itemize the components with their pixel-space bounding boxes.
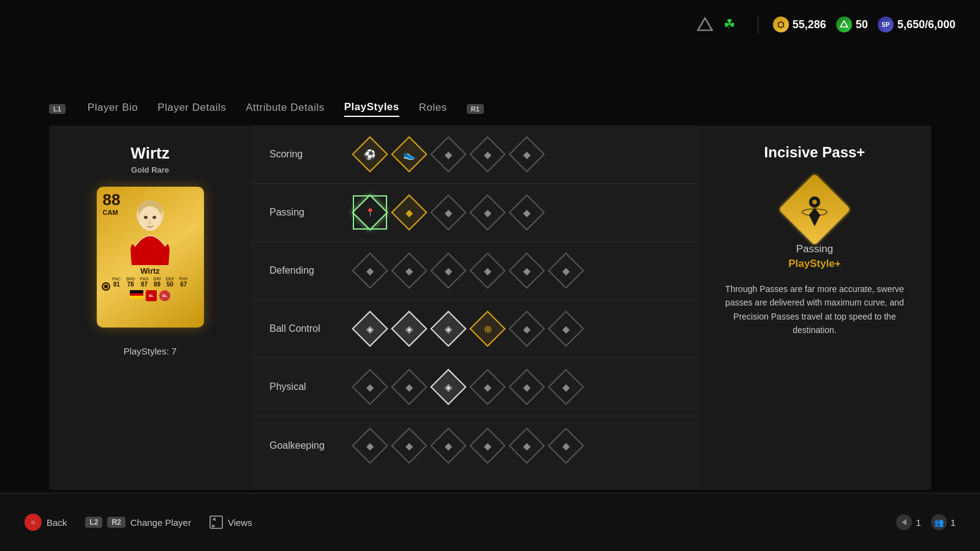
passing-icon-5[interactable]: ◆ (512, 198, 541, 227)
r1-badge: R1 (467, 104, 484, 114)
scoring-icon-5[interactable]: ◆ (512, 140, 541, 169)
defending-row: Defending ◆ ◆ ◆ ◆ ◆ ◆ (251, 242, 698, 300)
scoring-icon-1[interactable]: ⚽ (355, 140, 385, 169)
defending-icon-1[interactable]: ◆ (355, 256, 385, 285)
tab-player-details[interactable]: Player Details (157, 102, 226, 116)
goalkeeping-icon-1[interactable]: ◆ (355, 431, 385, 460)
goalkeeping-label: Goalkeeping (270, 440, 355, 451)
ball-control-icon-4[interactable]: ⊕ (473, 314, 502, 343)
tab-player-bio[interactable]: Player Bio (88, 102, 138, 116)
ball-control-icon-1[interactable]: ◈ (355, 314, 385, 343)
back-action[interactable]: ○ Back (24, 514, 67, 531)
physical-icon-6[interactable]: ◆ (551, 372, 581, 402)
card-player-name: Wirtz (140, 266, 160, 276)
player-nav-icon (896, 514, 912, 530)
physical-icon-3[interactable]: ◈ (434, 372, 463, 402)
pin-dot (104, 285, 108, 288)
physical-label: Physical (270, 381, 355, 392)
physical-icon-4[interactable]: ◆ (473, 372, 502, 402)
bottom-right: 1 👥 1 (896, 514, 956, 530)
squad-icon: 👥 (931, 514, 947, 530)
defending-icon-4[interactable]: ◆ (473, 256, 502, 285)
l1-badge: L1 (49, 104, 66, 114)
change-player-action[interactable]: L2 R2 Change Player (85, 517, 191, 528)
svg-point-9 (812, 200, 816, 204)
detail-playstyle-type: PlayStyle+ (788, 258, 841, 270)
detail-description: Through Passes are far more accurate, sw… (717, 282, 913, 337)
back-button-icon: ○ (24, 514, 42, 531)
goalkeeping-icon-6[interactable]: ◆ (551, 431, 581, 460)
passing-icon-4[interactable]: ◆ (473, 198, 502, 227)
coins-icon: ⬡ (773, 17, 789, 32)
svg-marker-11 (902, 519, 907, 525)
defending-icon-2[interactable]: ◆ (394, 256, 424, 285)
ball-control-icon-3[interactable]: ◈ (434, 314, 463, 343)
views-dpad: ◄ ► (209, 515, 223, 529)
scoring-icons: ⚽ 👟 ◆ ◆ (355, 140, 541, 169)
r2-badge: R2 (107, 517, 125, 528)
goalkeeping-icon-3[interactable]: ◆ (434, 431, 463, 460)
scoring-icon-4[interactable]: ◆ (473, 140, 502, 169)
scoring-label: Scoring (270, 149, 355, 160)
defending-label: Defending (270, 265, 355, 276)
back-label: Back (47, 517, 67, 528)
physical-icon-2[interactable]: ◆ (394, 372, 424, 402)
physical-row: Physical ◆ ◆ ◈ ◆ ◆ ◆ (251, 358, 698, 416)
goalkeeping-icon-5[interactable]: ◆ (512, 431, 541, 460)
main-content: Wirtz Gold Rare 88 CAM (49, 126, 931, 490)
defending-icon-3[interactable]: ◆ (434, 256, 463, 285)
passing-row: Passing 📍 ◆ ◆ (251, 184, 698, 242)
physical-icons: ◆ ◆ ◈ ◆ ◆ ◆ (355, 372, 581, 402)
passing-label: Passing (270, 207, 355, 218)
physical-icon-5[interactable]: ◆ (512, 372, 541, 402)
left-panel: Wirtz Gold Rare 88 CAM (49, 126, 251, 490)
playstyles-count: PlayStyles: 7 (124, 346, 177, 356)
divider (758, 15, 758, 34)
scoring-icon-3[interactable]: ◆ (434, 140, 463, 169)
squad-count: 👥 1 (931, 514, 956, 530)
card-stats: PAC 81 SHO 78 PAS 87 DRI 89 DEF 50 (112, 277, 188, 288)
svg-marker-1 (840, 21, 848, 27)
card-position-marker (102, 282, 110, 291)
currency-sp: SP 5,650/6,000 (878, 17, 956, 32)
points-icon (836, 17, 852, 32)
tab-attribute-details[interactable]: Attribute Details (246, 102, 325, 116)
triangle-icon (696, 16, 714, 33)
defending-icon-5[interactable]: ◆ (512, 256, 541, 285)
ball-control-label: Ball Control (270, 323, 355, 334)
physical-icon-1[interactable]: ◆ (355, 372, 385, 402)
card-stat-phy: PHY 67 (179, 277, 187, 288)
ball-control-icons: ◈ ◈ ◈ ⊕ ◆ ◆ (355, 314, 581, 343)
player-image (113, 198, 187, 265)
bottom-bar: ○ Back L2 R2 Change Player ◄ ► Views 1 👥… (0, 493, 980, 551)
league-badge: BL (146, 290, 157, 301)
goalkeeping-icons: ◆ ◆ ◆ ◆ ◆ ◆ (355, 431, 581, 460)
card-stat-pac: PAC 81 (112, 277, 121, 288)
right-panel: Incisive Pass+ (698, 126, 931, 490)
player-rarity: Gold Rare (131, 165, 169, 174)
tab-roles[interactable]: Roles (419, 102, 447, 116)
top-bar: ☘ ⬡ 55,286 50 SP 5,650/6,000 (696, 0, 980, 49)
player-name: Wirtz (130, 144, 169, 163)
ball-control-icon-2[interactable]: ◈ (394, 314, 424, 343)
goalkeeping-icon-2[interactable]: ◆ (394, 431, 424, 460)
scoring-row: Scoring ⚽ 👟 ◆ (251, 126, 698, 184)
ball-control-icon-6[interactable]: ◆ (551, 314, 581, 343)
svg-marker-0 (698, 18, 712, 31)
passing-icon-3[interactable]: ◆ (434, 198, 463, 227)
card-stat-sho: SHO 78 (126, 277, 135, 288)
tab-playstyles[interactable]: PlayStyles (344, 101, 399, 117)
scoring-icon-2[interactable]: 👟 (394, 140, 424, 169)
ball-control-icon-5[interactable]: ◆ (512, 314, 541, 343)
passing-icon-2[interactable]: ◆ (394, 198, 424, 227)
defending-icon-6[interactable]: ◆ (551, 256, 581, 285)
defending-icons: ◆ ◆ ◆ ◆ ◆ ◆ (355, 256, 581, 285)
passing-icon-1[interactable]: 📍 (355, 198, 385, 227)
middle-panel: Scoring ⚽ 👟 ◆ (251, 126, 698, 490)
goalkeeping-icon-4[interactable]: ◆ (473, 431, 502, 460)
flag-germany (130, 290, 143, 299)
sp-icon: SP (878, 17, 894, 32)
card-flags: BL BL (130, 290, 170, 301)
player-index: 1 (896, 514, 921, 530)
views-action[interactable]: ◄ ► Views (209, 515, 252, 529)
